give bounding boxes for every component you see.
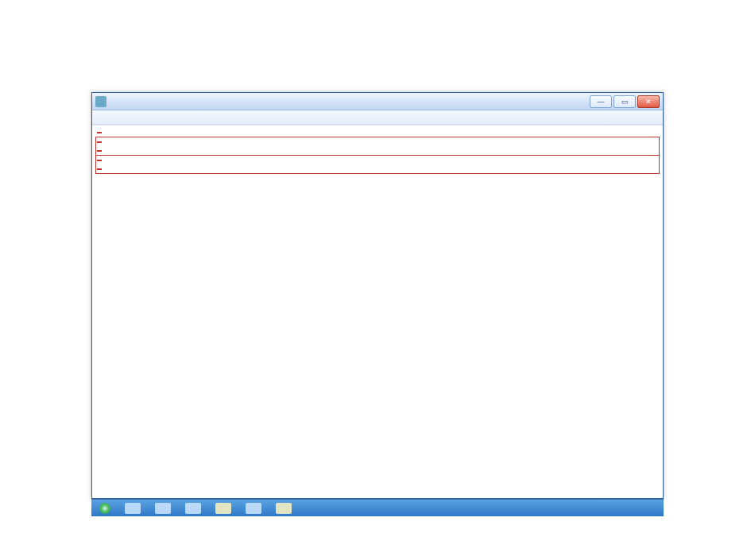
app-window: — ▭ ✕ (91, 92, 664, 499)
taskbar-app-icon[interactable] (215, 503, 231, 514)
data-line (97, 156, 658, 164)
highlight-group-1 (95, 137, 660, 156)
highlight-cell-07A6-b (97, 168, 102, 170)
taskbar-app-icon[interactable] (185, 503, 201, 514)
menu-bar (92, 110, 663, 125)
data-line (97, 146, 658, 155)
app-icon (95, 96, 106, 107)
window-titlebar[interactable]: — ▭ ✕ (92, 93, 663, 110)
taskbar-start-icon[interactable] (99, 503, 110, 514)
highlight-group-2 (95, 156, 660, 174)
taskbar-app-icon[interactable] (246, 503, 261, 514)
highlight-row-0008 (97, 132, 102, 133)
data-line (97, 164, 658, 173)
taskbar-app-icon[interactable] (276, 503, 292, 514)
maximize-button[interactable]: ▭ (613, 95, 636, 108)
highlight-cell-06EC (97, 160, 102, 161)
taskbar-app-icon[interactable] (125, 503, 141, 514)
taskbar-app-icon[interactable] (155, 503, 171, 514)
close-button[interactable]: ✕ (637, 95, 660, 108)
highlight-cell-07A6-a (97, 150, 102, 152)
taskbar[interactable] (91, 499, 664, 516)
code-content[interactable] (92, 125, 663, 498)
highlight-cell-06ED (97, 141, 102, 143)
minimize-button[interactable]: — (590, 95, 612, 108)
data-line (97, 137, 658, 146)
